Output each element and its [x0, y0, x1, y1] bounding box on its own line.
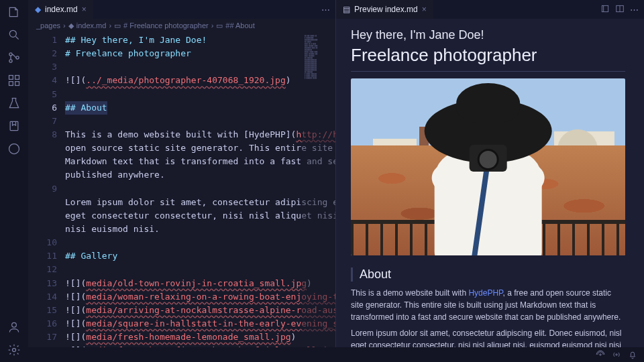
- svg-rect-7: [15, 76, 19, 80]
- svg-point-3: [16, 56, 19, 59]
- preview-body[interactable]: Hey there, I'm Jane Doe! Freelance photo…: [336, 19, 644, 347]
- editor-tab-actions: ⋯: [316, 0, 335, 19]
- bell-icon[interactable]: [628, 350, 637, 359]
- preview-about-heading: About: [351, 267, 625, 282]
- testing-icon[interactable]: [6, 95, 22, 111]
- preview-tab-actions: ⋯: [595, 0, 644, 19]
- editor-tab-index[interactable]: ◆ index.md ×: [28, 0, 93, 19]
- activity-bar: [0, 0, 28, 362]
- broadcast-icon[interactable]: [612, 350, 621, 359]
- chevron-right-icon: ›: [211, 21, 214, 29]
- port-forward-icon[interactable]: [596, 350, 605, 359]
- preview-pane: ▤ Preview index.md × ⋯ Hey there, I'm Ja…: [336, 0, 644, 347]
- svg-point-14: [600, 354, 601, 355]
- svg-point-10: [12, 322, 17, 327]
- chevron-right-icon: ›: [63, 21, 66, 29]
- svg-point-9: [9, 144, 19, 154]
- breadcrumb-symbol-1: # Freelance photographer: [123, 21, 209, 29]
- breadcrumb[interactable]: _pages › ◆ index.md › ▭ # Freelance phot…: [28, 19, 335, 32]
- preview-greeting: Hey there, I'm Jane Doe!: [351, 28, 625, 42]
- extensions-icon[interactable]: [6, 72, 22, 88]
- symbol-string-icon: ▭: [216, 21, 223, 30]
- breadcrumb-symbol-2: ## About: [225, 21, 254, 29]
- source-control-icon[interactable]: [6, 50, 22, 66]
- close-icon[interactable]: ×: [422, 5, 427, 14]
- main-area: ◆ index.md × ⋯ _pages › ◆ index.md › ▭ #…: [28, 0, 644, 362]
- status-bar: [28, 347, 644, 362]
- svg-point-2: [9, 60, 12, 62]
- editor-tab-label: index.md: [45, 5, 78, 14]
- activity-bar-top: [0, 4, 28, 157]
- svg-rect-8: [10, 121, 18, 130]
- minimap[interactable]: ██ ███ █████ ███ ███████████████████████…: [302, 32, 335, 347]
- svg-rect-6: [15, 82, 19, 86]
- svg-point-0: [9, 30, 16, 37]
- line-gutter: 1234567891011121314151617181920212223242…: [28, 32, 65, 347]
- preview-icon: ▤: [343, 5, 350, 14]
- preview-hydephp-link[interactable]: HydePHP: [468, 288, 502, 298]
- code-area[interactable]: ## Hey there, I'm Jane Doe!# Freelance p…: [65, 32, 335, 347]
- show-source-icon[interactable]: [600, 4, 610, 15]
- files-icon[interactable]: [6, 4, 22, 20]
- editor-pane: ◆ index.md × ⋯ _pages › ◆ index.md › ▭ #…: [28, 0, 336, 347]
- more-actions-icon[interactable]: ⋯: [630, 5, 639, 15]
- preview-about-p1: This is a demo website built with HydePH…: [351, 287, 625, 323]
- more-actions-icon[interactable]: ⋯: [321, 5, 330, 15]
- editor-tabs: ◆ index.md × ⋯: [28, 0, 335, 19]
- chevron-right-icon: ›: [109, 21, 111, 29]
- settings-gear-icon[interactable]: [6, 342, 22, 358]
- account-icon[interactable]: [6, 319, 22, 335]
- markdown-file-icon: ◆: [35, 5, 41, 14]
- editor-body[interactable]: 1234567891011121314151617181920212223242…: [28, 32, 335, 347]
- svg-point-1: [9, 53, 12, 56]
- close-icon[interactable]: ×: [82, 5, 87, 14]
- preview-tabs: ▤ Preview index.md × ⋯: [336, 0, 644, 19]
- activity-bar-bottom: [0, 319, 28, 358]
- symbol-string-icon: ▭: [114, 21, 121, 30]
- split-editor-icon[interactable]: [615, 4, 625, 15]
- svg-rect-4: [9, 76, 13, 80]
- preview-hero-image: [351, 78, 625, 255]
- breadcrumb-file: index.md: [76, 21, 107, 29]
- search-icon[interactable]: [6, 27, 22, 43]
- preview-tab[interactable]: ▤ Preview index.md ×: [336, 0, 433, 19]
- svg-point-15: [616, 354, 617, 355]
- bookmark-icon[interactable]: [6, 118, 22, 134]
- preview-title: Freelance photographer: [351, 45, 625, 72]
- github-icon[interactable]: [6, 141, 22, 157]
- svg-rect-12: [602, 5, 608, 11]
- markdown-file-icon: ◆: [68, 21, 74, 30]
- preview-tab-label: Preview index.md: [354, 5, 418, 14]
- editor-split: ◆ index.md × ⋯ _pages › ◆ index.md › ▭ #…: [28, 0, 644, 347]
- svg-point-11: [13, 349, 16, 352]
- svg-rect-5: [9, 82, 13, 86]
- breadcrumb-folder: _pages: [36, 21, 60, 29]
- preview-about-p2: Lorem ipsum dolor sit amet, consectetur …: [351, 327, 625, 347]
